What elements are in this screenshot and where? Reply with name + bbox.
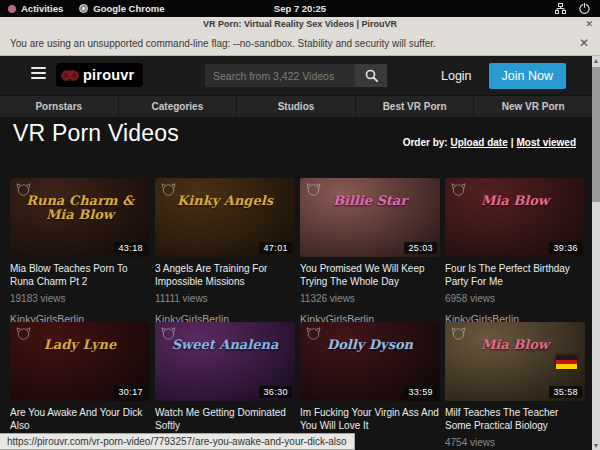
duration-badge: 35:58 (549, 386, 582, 398)
video-card: Sweet Analena 36:30 Watch Me Getting Dom… (155, 322, 295, 450)
window-close-icon[interactable]: ✕ (585, 17, 593, 31)
video-card: Mia Blow 35:58 Milf Teaches The Teacher … (445, 322, 585, 450)
screen: Activities Google Chrome Sep 7 20:25 VR … (0, 0, 600, 450)
status-url-tooltip: https://pirouvr.com/vr-porn-video/779325… (0, 433, 355, 450)
studio-logo-icon (16, 183, 31, 196)
scrollbar-up-icon[interactable] (592, 56, 600, 65)
video-views: 11111 views (155, 293, 295, 304)
duration-badge: 36:30 (259, 386, 292, 398)
video-title[interactable]: Milf Teaches The Teacher Some Practical … (445, 407, 585, 432)
site-header: pirouvr Login Join Now (0, 56, 592, 95)
scrollbar-down-icon[interactable] (592, 441, 600, 450)
video-title[interactable]: Four Is The Perfect Birthday Party For M… (445, 263, 585, 288)
studio-logo-icon (16, 327, 31, 340)
nav-studios[interactable]: Studios (237, 96, 356, 117)
studio-logo-icon (161, 327, 176, 340)
nav-pornstars[interactable]: Pornstars (0, 96, 119, 117)
duration-badge: 30:17 (114, 386, 147, 398)
video-card: Dolly Dyson 33:59 Im Fucking Your Virgin… (300, 322, 440, 450)
studio-logo-icon (161, 183, 176, 196)
video-card: Runa Charm & Mia Blow 43:18 Mia Blow Tea… (10, 178, 150, 325)
video-card: Lady Lyne 30:17 Are You Awake And Your D… (10, 322, 150, 450)
menu-hamburger-icon[interactable] (31, 67, 46, 82)
video-card: Kinky Angels 47:01 3 Angels Are Training… (155, 178, 295, 325)
duration-badge: 33:59 (404, 386, 437, 398)
thumbnail-overlay-text: Sweet Analena (155, 338, 295, 352)
studio-logo-icon (306, 327, 321, 340)
site-logo-text: pirouvr (83, 67, 134, 83)
thumbnail-overlay-text: Lady Lyne (10, 338, 150, 352)
studio-logo-icon (451, 327, 466, 340)
window-title-bar: VR Porn: Virtual Reality Sex Videos | Pi… (0, 17, 600, 31)
login-link[interactable]: Login (441, 69, 472, 83)
video-title[interactable]: You Promised We Will Keep Trying The Who… (300, 263, 440, 288)
page-title: VR Porn Videos (13, 120, 179, 147)
video-grid: Runa Charm & Mia Blow 43:18 Mia Blow Tea… (10, 178, 585, 450)
network-icon[interactable] (555, 3, 566, 14)
duration-badge: 25:03 (404, 242, 437, 254)
video-title[interactable]: Are You Awake And Your Dick Also (10, 407, 150, 432)
video-views: 19183 views (10, 293, 150, 304)
thumbnail-overlay-text: Dolly Dyson (300, 338, 440, 352)
infobar-close-icon[interactable]: ✕ (579, 36, 589, 50)
site-logo[interactable]: pirouvr (56, 63, 143, 87)
nav-categories[interactable]: Categories (119, 96, 238, 117)
video-thumbnail[interactable]: Dolly Dyson 33:59 (300, 322, 440, 401)
thumbnail-overlay-text: Mia Blow (445, 194, 585, 208)
duration-badge: 47:01 (259, 242, 292, 254)
chrome-infobar: You are using an unsupported command-lin… (0, 31, 600, 56)
video-title[interactable]: Mia Blow Teaches Porn To Runa Charm Pt 2 (10, 263, 150, 288)
thumbnail-overlay-text: Mia Blow (445, 338, 585, 352)
video-views: 4754 views (445, 437, 585, 448)
video-title[interactable]: Im Fucking Your Virgin Ass And You Will … (300, 407, 440, 432)
studio-logo-icon (451, 183, 466, 196)
video-thumbnail[interactable]: Sweet Analena 36:30 (155, 322, 295, 401)
infobar-message: You are using an unsupported command-lin… (10, 38, 436, 49)
video-thumbnail[interactable]: Runa Charm & Mia Blow 43:18 (10, 178, 150, 257)
browser-viewport: pirouvr Login Join Now Pornstars Categor… (0, 56, 600, 450)
search-button[interactable] (355, 64, 387, 87)
system-top-bar: Activities Google Chrome Sep 7 20:25 (0, 0, 600, 17)
duration-badge: 39:36 (549, 242, 582, 254)
power-icon[interactable] (579, 3, 590, 14)
search-icon (365, 69, 378, 82)
page-scrollbar[interactable] (592, 56, 600, 450)
search-input[interactable] (205, 64, 355, 87)
window-title: VR Porn: Virtual Reality Sex Videos | Pi… (203, 19, 397, 29)
order-by: Order by: Upload date|Most viewed (403, 137, 576, 148)
nav-new-vr-porn[interactable]: New VR Porn (474, 96, 592, 117)
page-area: pirouvr Login Join Now Pornstars Categor… (0, 56, 592, 450)
clock[interactable]: Sep 7 20:25 (0, 0, 600, 17)
join-now-button[interactable]: Join Now (489, 63, 566, 89)
order-most-viewed-link[interactable]: Most viewed (517, 137, 576, 148)
video-title[interactable]: Watch Me Getting Dominated Softly (155, 407, 295, 432)
thumbnail-overlay-text: Runa Charm & Mia Blow (10, 194, 150, 222)
main-nav: Pornstars Categories Studios Best VR Por… (0, 95, 592, 117)
vr-goggles-icon (61, 70, 79, 81)
thumbnail-overlay-text: Kinky Angels (155, 194, 295, 208)
video-card: Billie Star 25:03 You Promised We Will K… (300, 178, 440, 325)
nav-best-vr-porn[interactable]: Best VR Porn (356, 96, 475, 117)
video-thumbnail[interactable]: Mia Blow 39:36 (445, 178, 585, 257)
studio-logo-icon (306, 183, 321, 196)
german-flag (556, 355, 577, 369)
order-by-label: Order by: (403, 137, 448, 148)
video-card: Mia Blow 39:36 Four Is The Perfect Birth… (445, 178, 585, 325)
order-upload-date-link[interactable]: Upload date (450, 137, 507, 148)
video-title[interactable]: 3 Angels Are Training For Impossible Mis… (155, 263, 295, 288)
video-thumbnail[interactable]: Kinky Angels 47:01 (155, 178, 295, 257)
video-thumbnail[interactable]: Mia Blow 35:58 (445, 322, 585, 401)
video-views: 11326 views (300, 293, 440, 304)
video-thumbnail[interactable]: Billie Star 25:03 (300, 178, 440, 257)
video-views: 6958 views (445, 293, 585, 304)
scrollbar-thumb[interactable] (592, 67, 600, 202)
thumbnail-overlay-text: Billie Star (300, 194, 440, 208)
duration-badge: 43:18 (114, 242, 147, 254)
video-thumbnail[interactable]: Lady Lyne 30:17 (10, 322, 150, 401)
